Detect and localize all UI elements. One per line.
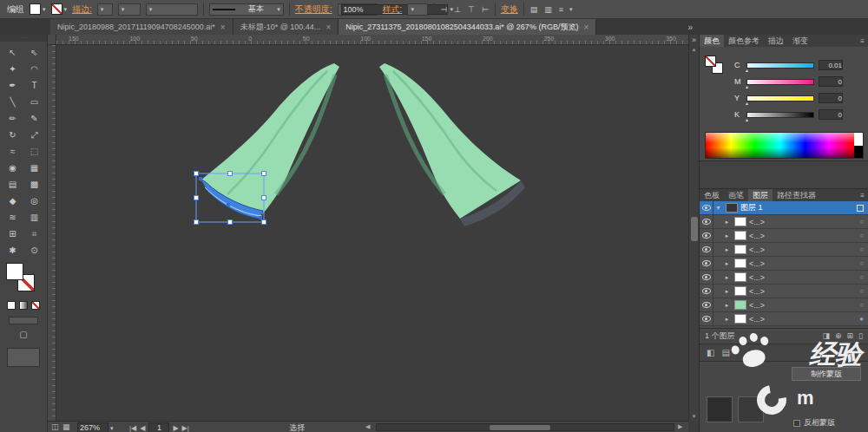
scroll-right-icon[interactable]: ▶: [678, 423, 682, 430]
width-tool[interactable]: ≈: [2, 144, 23, 159]
color-button[interactable]: [7, 301, 16, 310]
align-left-icon[interactable]: ⊣: [439, 5, 448, 14]
layer-row[interactable]: ▸ <...> ○: [700, 298, 868, 312]
free-transform-tool[interactable]: ⬚: [23, 144, 45, 159]
line-segment-tool[interactable]: ╲: [2, 95, 23, 109]
zoom-control[interactable]: ▾: [77, 422, 114, 432]
stroke-color-swatch[interactable]: ▾: [51, 3, 68, 15]
visibility-toggle[interactable]: [700, 215, 713, 228]
isolate-group-icon[interactable]: ▤: [529, 5, 539, 14]
black-slider[interactable]: [746, 112, 814, 118]
visibility-toggle[interactable]: [700, 201, 713, 214]
status-left-icon-b[interactable]: ▦: [62, 422, 70, 431]
style-dropdown[interactable]: ▾: [407, 3, 428, 16]
symbol-sprayer-tool[interactable]: ≋: [2, 210, 23, 225]
target-icon[interactable]: ○: [860, 219, 864, 225]
layer-row[interactable]: ▸ <...> ○: [700, 243, 868, 257]
screen-mode-button[interactable]: ▢: [0, 330, 47, 339]
next-artboard-icon[interactable]: ▶: [173, 424, 178, 432]
last-artboard-icon[interactable]: ▶|: [182, 424, 189, 432]
shape-builder-tool[interactable]: ◉: [2, 160, 23, 175]
expand-triangle-icon[interactable]: ▸: [722, 219, 732, 226]
target-icon[interactable]: ○: [860, 302, 864, 308]
layer-thumbnail[interactable]: [734, 217, 746, 226]
mesh-tool[interactable]: ▤: [2, 177, 23, 192]
black-value-input[interactable]: [819, 109, 843, 120]
tab-overflow-chevron-icon[interactable]: »: [687, 23, 693, 32]
visibility-toggle[interactable]: [700, 312, 713, 325]
rotate-tool[interactable]: ↻: [2, 128, 23, 142]
layer-row[interactable]: ▸ <...> ○: [700, 271, 868, 285]
pencil-tool[interactable]: ✎: [23, 111, 45, 126]
expand-triangle-icon[interactable]: ▸: [722, 246, 732, 253]
perspective-grid-tool[interactable]: ▦: [23, 160, 45, 175]
document-tab-1[interactable]: Nipic_20180988_20171119094708245000.ai* …: [50, 19, 233, 35]
ruler-corner[interactable]: [48, 35, 56, 45]
ruler-left[interactable]: [48, 45, 56, 421]
canvas[interactable]: 150 100 50 0 50 100 150 200 250 300 350: [48, 35, 688, 421]
lasso-tool[interactable]: ◠: [23, 62, 45, 76]
white-black-ramp[interactable]: [854, 133, 863, 158]
first-artboard-icon[interactable]: |◀: [129, 424, 136, 432]
cyan-slider[interactable]: [746, 62, 814, 69]
invert-mask-row[interactable]: 反相蒙版: [793, 417, 835, 429]
panel-menu-icon[interactable]: ≡: [860, 37, 868, 45]
horizontal-scrollbar[interactable]: [376, 423, 674, 431]
scroll-down-icon[interactable]: ▼: [689, 414, 699, 419]
color-spectrum-ramp[interactable]: [705, 132, 864, 159]
control-bar-caret-icon[interactable]: ▾: [569, 6, 573, 12]
selection-tool[interactable]: ↖: [2, 45, 23, 60]
transform-panel-link[interactable]: 变换: [501, 3, 518, 16]
expand-triangle-icon[interactable]: ▸: [722, 274, 732, 281]
eyedropper-tool[interactable]: ◆: [2, 193, 23, 208]
blend-tool[interactable]: ◎: [23, 193, 45, 208]
checkbox-icon[interactable]: [793, 420, 800, 427]
vertical-scroll-thumb[interactable]: [691, 217, 698, 241]
align-top-icon[interactable]: ⊤: [467, 5, 476, 14]
opacity-dropdown[interactable]: ▾: [338, 3, 378, 16]
control-bar-menu-icon[interactable]: ≡: [558, 5, 564, 14]
panel-menu-icon[interactable]: ≡: [860, 192, 868, 200]
column-graph-tool[interactable]: ▥: [23, 210, 45, 225]
target-icon[interactable]: ○: [860, 246, 864, 252]
make-mask-button[interactable]: 制作蒙版: [792, 367, 861, 381]
layer-row[interactable]: ▸ <...> ○: [700, 257, 868, 271]
layer-row-top[interactable]: ▼ 图层 1: [700, 201, 868, 215]
close-icon[interactable]: ×: [583, 23, 589, 32]
target-selected-icon[interactable]: ●: [859, 315, 864, 323]
stroke-panel-link[interactable]: 描边:: [72, 3, 92, 16]
visibility-toggle[interactable]: [700, 243, 713, 256]
dock-icon-2[interactable]: ▤: [721, 348, 729, 357]
recolor-artwork-icon[interactable]: ▥: [543, 5, 553, 14]
width-profile-dropdown[interactable]: ▾: [118, 3, 141, 16]
none-button[interactable]: [31, 301, 40, 310]
layer-row[interactable]: ▸ <...> ○: [700, 229, 868, 243]
direct-selection-tool[interactable]: ⇖: [23, 45, 45, 60]
scroll-left-icon[interactable]: ◀: [365, 423, 370, 430]
fill-color-swatch[interactable]: ▾: [30, 3, 46, 15]
layer-thumbnail[interactable]: [734, 286, 746, 296]
brush-style-dropdown[interactable]: 基本 ▾: [209, 3, 284, 16]
toolbar-fill-swatch[interactable]: [6, 263, 23, 280]
tab-swatches[interactable]: 色板: [700, 189, 724, 201]
layer-thumbnail[interactable]: [734, 314, 746, 324]
tab-stroke[interactable]: 描边: [764, 35, 788, 47]
artboard-tool[interactable]: ⊞: [2, 226, 23, 241]
visibility-toggle[interactable]: [700, 285, 713, 298]
slice-tool[interactable]: ⌗: [23, 226, 45, 241]
visibility-toggle[interactable]: [700, 298, 713, 311]
new-layer-icon[interactable]: ⊞: [847, 331, 854, 340]
layer-row[interactable]: ▸ <...> ○: [700, 285, 868, 298]
previous-artboard-icon[interactable]: ◀: [140, 424, 145, 432]
magenta-slider[interactable]: [746, 79, 814, 85]
expand-triangle-icon[interactable]: ▸: [722, 288, 732, 295]
object-thumbnail[interactable]: [707, 396, 733, 422]
new-sublayer-icon[interactable]: ⊕: [835, 331, 842, 340]
close-icon[interactable]: ×: [220, 23, 226, 32]
layer-row[interactable]: ▸ <...> ○: [700, 215, 868, 229]
drawing-mode-button[interactable]: [9, 317, 38, 324]
yellow-slider[interactable]: [746, 95, 814, 101]
tab-gradient[interactable]: 渐变: [788, 35, 812, 47]
tab-color-guide[interactable]: 颜色参考: [724, 35, 764, 47]
zoom-input[interactable]: [77, 422, 108, 432]
